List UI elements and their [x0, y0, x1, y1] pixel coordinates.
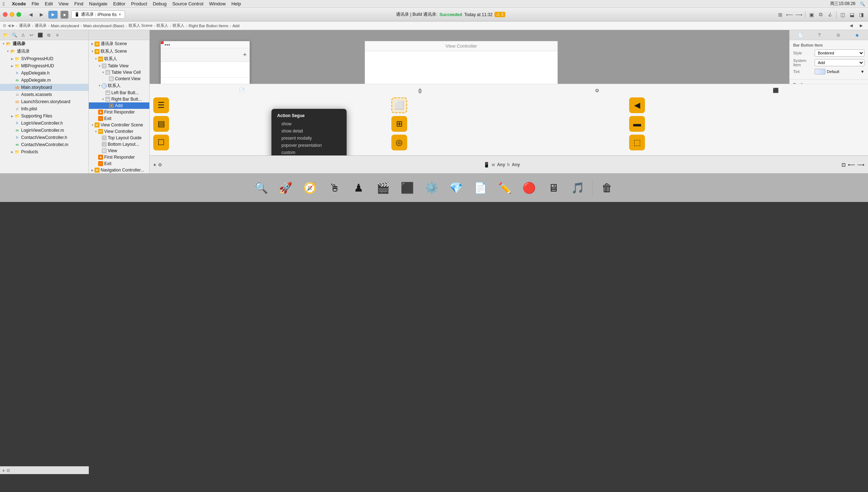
- dock-chess[interactable]: ♟: [349, 178, 369, 198]
- sidebar-item-contactvc-h[interactable]: ▶ h ContactViewController.h: [0, 134, 88, 141]
- breadcrumb-add[interactable]: Add: [232, 24, 240, 28]
- scene-item-navbar-ljr[interactable]: ▼ ◁ 联系人: [89, 82, 149, 90]
- sidebar-btn-2[interactable]: 🔍: [11, 32, 18, 39]
- segue-item-popover[interactable]: popover presentation: [271, 142, 347, 149]
- breadcrumb-root[interactable]: 通讯录: [19, 23, 31, 28]
- editor-version-btn[interactable]: ⫝̸: [826, 11, 834, 19]
- menu-navigate[interactable]: Navigate: [89, 1, 107, 6]
- menu-source-control[interactable]: Source Control: [172, 1, 203, 6]
- dock-music[interactable]: 🎵: [568, 178, 588, 198]
- zoom-in-btn[interactable]: ⟶: [857, 162, 864, 168]
- dropdown-icon[interactable]: ▼: [860, 69, 864, 74]
- add-constraint-button[interactable]: +: [153, 162, 156, 168]
- inspector-style-select[interactable]: Bordered Plain Done: [815, 49, 864, 57]
- menu-view[interactable]: View: [59, 1, 69, 6]
- layout-btn-3[interactable]: ⟶: [795, 11, 803, 19]
- breadcrumb-main-storyboard[interactable]: Main.storyboard: [51, 24, 79, 28]
- dock-docs[interactable]: 📄: [471, 178, 491, 198]
- menu-help[interactable]: Help: [231, 1, 241, 6]
- back-button[interactable]: ◀: [27, 11, 35, 19]
- forward-button[interactable]: ▶: [38, 11, 45, 19]
- dock-launchpad[interactable]: 🚀: [276, 178, 296, 198]
- menu-window[interactable]: Window: [209, 1, 226, 6]
- scene-item-txl[interactable]: ▶ ⊞ 通讯录 Scene: [89, 40, 149, 48]
- breadcrumb-nav-left[interactable]: ⊞: [3, 23, 6, 28]
- sidebar-item-infoplist[interactable]: ▶ pl Info.plist: [0, 105, 88, 112]
- inspector-tab-identity[interactable]: ⊙: [834, 31, 843, 39]
- scene-item-bottom-layout[interactable]: ▶ ⊥ Bottom Layout...: [89, 141, 149, 148]
- sidebar-item-loginvc-m[interactable]: ▶ m LoginViewController.m: [0, 127, 88, 134]
- menu-product[interactable]: Product: [131, 1, 147, 6]
- editor-standard-btn[interactable]: ▣: [807, 11, 815, 19]
- scene-item-first-responder-1[interactable]: ▶ ● First Responder: [89, 109, 149, 115]
- scheme-selector[interactable]: 📱 通讯录 | iPhone 6s ▼: [71, 10, 125, 19]
- scene-item-nav-scene[interactable]: ▶ ⊞ Navigation Controller...: [89, 167, 149, 173]
- scene-item-top-layout[interactable]: ▶ ⊤ Top Layout Guide: [89, 135, 149, 141]
- dock-terminal2[interactable]: 🖥: [544, 178, 564, 198]
- scene-item-ljr-vc[interactable]: ▼ VC 联系人: [89, 55, 149, 63]
- menu-xcode[interactable]: Xcode: [12, 1, 26, 6]
- breadcrumb-vc1[interactable]: 联系人: [156, 23, 168, 28]
- scene-item-right-bar[interactable]: ▼ ▬ Right Bar Butt...: [89, 96, 149, 102]
- scene-item-add[interactable]: ▶ + Add: [89, 102, 149, 109]
- dock-red[interactable]: 🔴: [519, 178, 539, 198]
- breadcrumb-rightbar[interactable]: Right Bar Button Items: [189, 24, 228, 28]
- bottom-panel-btn[interactable]: ⬓: [848, 11, 856, 19]
- menu-debug[interactable]: Debug: [153, 1, 167, 6]
- menu-find[interactable]: Find: [74, 1, 83, 6]
- inspector-tab-quick-help[interactable]: ?: [815, 31, 824, 39]
- segue-item-present-modally[interactable]: present modally: [271, 135, 347, 142]
- zoom-fit-btn[interactable]: ⊡: [842, 162, 846, 168]
- breadcrumb-vc2[interactable]: 联系人: [173, 23, 184, 28]
- breadcrumb-scene[interactable]: 联系人 Scene: [129, 23, 153, 28]
- layout-btn-1[interactable]: ⊞: [776, 11, 784, 19]
- scene-item-vc[interactable]: ▼ VC View Controller: [89, 128, 149, 135]
- scene-item-view[interactable]: ▶ ⬜ View: [89, 148, 149, 154]
- scene-item-exit-2[interactable]: ▶ → Exit: [89, 160, 149, 167]
- sidebar-item-svprogress[interactable]: ▶ 📁 SVProgressHUD: [0, 55, 88, 62]
- search-icon[interactable]: 🔍: [860, 1, 865, 6]
- dock-terminal[interactable]: ⬛: [397, 178, 418, 198]
- menu-editor[interactable]: Editor: [113, 1, 125, 6]
- sidebar-item-mbprogress[interactable]: ▶ 📁 MBProgressHUD: [0, 62, 88, 69]
- scene-item-exit-1[interactable]: ▶ → Exit: [89, 115, 149, 122]
- inspector-system-select[interactable]: Add Done Edit Cancel: [815, 59, 864, 66]
- sidebar-item-products[interactable]: ▶ 📁 Products: [0, 148, 88, 155]
- breadcrumb-prev-btn[interactable]: ◀: [847, 22, 855, 30]
- breadcrumb-project[interactable]: 通讯录: [35, 23, 47, 28]
- dock-pencil[interactable]: ✏️: [495, 178, 515, 198]
- sidebar-btn-7[interactable]: ≡: [54, 32, 61, 39]
- sidebar-btn-3[interactable]: ⚠: [19, 32, 26, 39]
- debug-button[interactable]: ⊙: [158, 162, 162, 167]
- run-button[interactable]: ▶: [48, 11, 58, 19]
- breadcrumb-next-btn[interactable]: ▶: [857, 22, 865, 30]
- scene-item-content-view[interactable]: ▶ ⬜ Content View: [89, 76, 149, 82]
- sidebar-item-main-storyboard[interactable]: ▶ sb Main.storyboard: [0, 84, 88, 91]
- sidebar-item-contactvc-m[interactable]: ▶ m ContactViewControllet.m: [0, 141, 88, 148]
- sidebar-btn-4[interactable]: ↩: [28, 32, 35, 39]
- dock-safari[interactable]: 🧭: [300, 178, 320, 198]
- minimize-button[interactable]: [10, 12, 14, 17]
- dock-mouse[interactable]: 🖱: [324, 178, 344, 198]
- segue-item-show-detail[interactable]: show detail: [271, 127, 347, 135]
- sidebar-btn-6[interactable]: ⧉: [45, 32, 52, 39]
- scene-item-cell[interactable]: ▼ ▤ Table View Cell: [89, 69, 149, 76]
- sidebar-item-appdelegate-m[interactable]: ▶ m AppDelegate.m: [0, 77, 88, 84]
- segue-item-custom[interactable]: custom: [271, 149, 347, 155]
- left-panel-btn[interactable]: ◫: [839, 11, 847, 19]
- sidebar-item-root-inner[interactable]: ▼ 📂 通讯录: [0, 48, 88, 55]
- stop-button[interactable]: ■: [61, 11, 68, 19]
- sidebar-item-root-group[interactable]: ▼ 📂 通讯录: [0, 40, 88, 48]
- zoom-out-btn[interactable]: ⟵: [848, 162, 855, 168]
- scene-item-vc-scene[interactable]: ▼ ⊞ View Controller Scene: [89, 122, 149, 128]
- dock-finder[interactable]: 🔍: [251, 178, 271, 198]
- right-panel-btn[interactable]: ◨: [857, 11, 865, 19]
- segue-popup[interactable]: Action Segue show show detail present mo…: [271, 109, 347, 155]
- apple-menu[interactable]: : [3, 1, 5, 7]
- menu-file[interactable]: File: [32, 1, 39, 6]
- scene-item-ljr[interactable]: ▼ ⊞ 联系人 Scene: [89, 48, 149, 55]
- dock-sketch[interactable]: 💎: [446, 178, 466, 198]
- tint-color-swatch[interactable]: [815, 69, 825, 74]
- warning-badge[interactable]: ⚠ 3: [495, 12, 505, 17]
- sidebar-item-assets[interactable]: ▶ 🗂 Assets.xcassets: [0, 91, 88, 98]
